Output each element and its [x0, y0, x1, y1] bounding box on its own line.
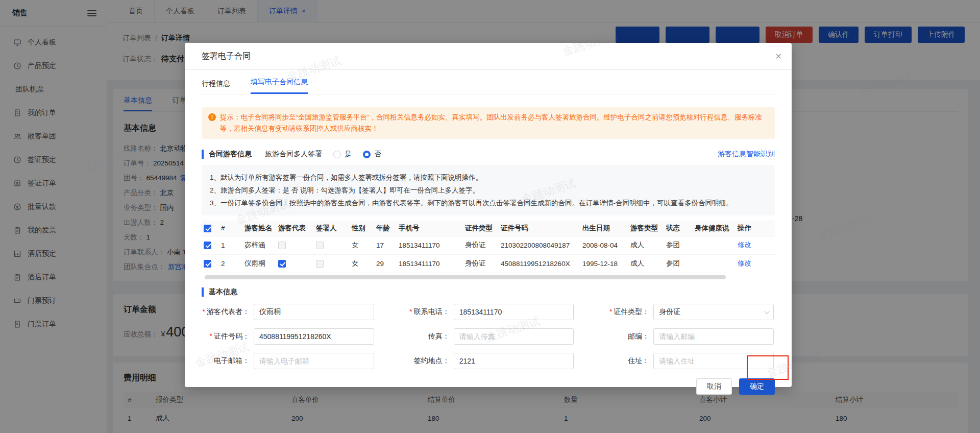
- field-email: 电子邮箱：: [202, 353, 374, 369]
- sign-contract-modal: 签署电子合同 ✕ 行程信息 填写电子合同信息 ! 提示：电子合同将同步至“全国旅…: [185, 43, 792, 387]
- fax-input[interactable]: [454, 328, 574, 345]
- guest-table: # 游客姓名 游客代表 签署人 性别 年龄 手机号 证件类型 证件号码 出生日期…: [202, 221, 775, 273]
- field-sign-place: 签约地点：: [402, 353, 574, 369]
- sign-place-input[interactable]: [454, 353, 574, 369]
- radio-multi-sign-yes[interactable]: 是: [333, 150, 352, 159]
- modal-footer: 取消 确定: [202, 378, 775, 395]
- guest-rep-checkbox[interactable]: [278, 260, 286, 268]
- modal-tabs: 行程信息 填写电子合同信息: [202, 70, 775, 94]
- horizontal-scrollbar[interactable]: [202, 275, 775, 279]
- warning-icon: !: [208, 113, 216, 121]
- guest-table-wrap: # 游客姓名 游客代表 签署人 性别 年龄 手机号 证件类型 证件号码 出生日期…: [202, 221, 775, 279]
- select-all-checkbox[interactable]: [204, 225, 211, 232]
- address-input[interactable]: [653, 353, 774, 369]
- contact-phone-input[interactable]: [454, 304, 574, 320]
- field-zip: 邮编：: [601, 328, 774, 345]
- guest-section-header: 合同游客信息 旅游合同多人签署 是 否 游客信息智能识别: [202, 150, 775, 159]
- field-id-type: *证件类型： 身份证: [601, 304, 774, 320]
- field-guest-representative: *游客代表者：: [202, 304, 374, 320]
- guest-row-2: 2 仪雨桐 女 29 18513411170 身份证 4508811995121…: [202, 254, 775, 273]
- cancel-button[interactable]: 取消: [696, 378, 732, 395]
- guest-representative-input[interactable]: [254, 304, 374, 320]
- id-type-select[interactable]: 身份证: [653, 304, 774, 320]
- scrollbar-thumb[interactable]: [205, 275, 726, 279]
- id-number-input[interactable]: [254, 328, 374, 345]
- guest-section-title: 合同游客信息: [202, 150, 252, 159]
- contract-basic-info-form: 基本信息 *游客代表者： *联系电话： *证件类型： 身份证: [202, 287, 775, 369]
- guest-name: 宓梓涵: [242, 236, 276, 254]
- guest-table-header: # 游客姓名 游客代表 签署人 性别 年龄 手机号 证件类型 证件号码 出生日期…: [202, 221, 775, 236]
- field-contact-phone: *联系电话：: [402, 304, 574, 320]
- radio-multi-sign-no[interactable]: 否: [363, 150, 381, 159]
- radio-icon: [333, 151, 341, 158]
- guest-rep-checkbox[interactable]: [278, 242, 286, 249]
- zip-input[interactable]: [653, 328, 774, 345]
- field-address: 住址：: [601, 353, 774, 369]
- radio-icon: [363, 151, 371, 158]
- edit-guest-link[interactable]: 修改: [738, 259, 751, 267]
- contract-notice: ! 提示：电子合同将同步至“全国旅游监管服务平台”，合同相关信息务必如实、真实填…: [202, 107, 775, 139]
- row-checkbox[interactable]: [204, 260, 211, 268]
- modal-title: 签署电子合同: [202, 51, 251, 62]
- signer-checkbox[interactable]: [316, 260, 324, 268]
- app-root: 销售 个人看板 产品预定 团队机票 我的订单 散客单团: [0, 0, 980, 433]
- edit-guest-link[interactable]: 修改: [738, 241, 751, 249]
- chevron-down-icon: [764, 308, 770, 314]
- guest-name: 仪雨桐: [242, 254, 276, 273]
- guest-smart-recognition-link[interactable]: 游客信息智能识别: [718, 150, 775, 159]
- field-id-number: *证件号码：: [202, 328, 374, 345]
- field-fax: 传真：: [402, 328, 574, 345]
- form-section-title: 基本信息: [202, 287, 775, 297]
- confirm-button[interactable]: 确定: [739, 378, 775, 395]
- row-checkbox[interactable]: [204, 242, 211, 249]
- modal-tab-contract-info[interactable]: 填写电子合同信息: [251, 78, 308, 94]
- modal-close-icon[interactable]: ✕: [775, 52, 782, 61]
- email-input[interactable]: [254, 353, 374, 369]
- modal-tab-itinerary[interactable]: 行程信息: [202, 79, 230, 94]
- signer-checkbox[interactable]: [316, 242, 324, 249]
- instructions-box: 1、默认为订单所有游客签署一份合同，如需多人签署或拆分签署，请按照下面说明操作。…: [202, 165, 775, 215]
- guest-row-1: 1 宓梓涵 女 17 18513411170 身份证 2103022008080…: [202, 236, 775, 254]
